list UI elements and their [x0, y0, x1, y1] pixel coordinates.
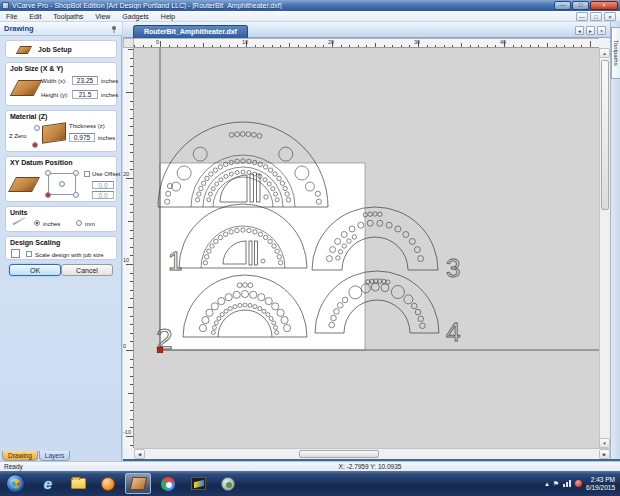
tab-scroll-left-icon[interactable]: ◂: [575, 26, 584, 35]
height-label: Height (y):: [41, 92, 69, 98]
thickness-units-label: inches: [98, 135, 115, 141]
show-hidden-icons-icon[interactable]: ▴: [545, 480, 549, 488]
scale-design-label: Scale design with job size: [35, 252, 104, 258]
units-mm-label: mm: [85, 221, 95, 227]
taskbar-internet-explorer-icon[interactable]: e: [35, 473, 61, 494]
action-center-flag-icon[interactable]: ⚑: [553, 480, 559, 488]
z-zero-bottom-radio[interactable]: [32, 142, 38, 148]
width-label: Width (x):: [41, 78, 67, 84]
toolpaths-tab[interactable]: Toolpaths: [611, 27, 620, 79]
scroll-down-icon[interactable]: ▼: [599, 438, 610, 448]
vertical-scroll-thumb[interactable]: [601, 60, 609, 210]
windows-taskbar: e ▴ ⚑ 2:43 PM 6/19/2015: [0, 471, 620, 496]
menu-edit[interactable]: Edit: [23, 13, 47, 20]
x-offset-field[interactable]: 0.0: [92, 181, 114, 189]
datum-bottom-left-radio[interactable]: [45, 192, 51, 198]
scale-icon: [11, 249, 20, 258]
z-zero-label: Z Zero: [9, 133, 27, 139]
scroll-up-icon[interactable]: ▲: [599, 48, 610, 58]
taskbar-windows-explorer-icon[interactable]: [65, 473, 91, 494]
drawing-panel: Drawing Job Setup Job Size (X & Y) Width…: [0, 22, 122, 461]
toolpaths-panel-strip: Toolpaths: [610, 22, 620, 461]
tab-close-icon[interactable]: ×: [597, 26, 606, 35]
part-label: 3: [446, 253, 460, 283]
taskbar-chrome-icon[interactable]: [155, 473, 181, 494]
scroll-right-icon[interactable]: ▶: [599, 449, 610, 459]
scale-design-checkbox[interactable]: [26, 251, 32, 257]
width-units-label: inches: [101, 78, 118, 84]
units-mm-radio[interactable]: [76, 220, 82, 226]
use-offset-checkbox[interactable]: [84, 171, 90, 177]
menu-help[interactable]: Help: [155, 13, 181, 20]
datum-bottom-right-radio[interactable]: [73, 192, 79, 198]
mdi-close-button[interactable]: ×: [604, 12, 616, 21]
vertical-ruler: -1001020: [123, 48, 134, 448]
drawing-panel-header: Drawing: [0, 22, 122, 36]
datum-group: XY Datum Position Use Offset 0.0 0.0: [5, 156, 117, 202]
menu-bar: File Edit Toolpaths View Gadgets Help — …: [0, 11, 620, 22]
part-label: 4: [446, 317, 460, 347]
units-inches-radio[interactable]: [34, 220, 40, 226]
design-scaling-title: Design Scaling: [10, 239, 60, 246]
design-scaling-group: Design Scaling Scale design with job siz…: [5, 236, 117, 260]
drawing-panel-title: Drawing: [4, 24, 34, 33]
datum-top-left-radio[interactable]: [45, 170, 51, 176]
z-zero-top-radio[interactable]: [34, 125, 40, 131]
app-icon: [2, 2, 9, 9]
units-inches-label: inches: [43, 221, 60, 227]
taskbar-media-player-icon[interactable]: [95, 473, 121, 494]
pin-icon[interactable]: [110, 25, 118, 33]
datum-top-right-radio[interactable]: [73, 170, 79, 176]
height-units-label: inches: [101, 92, 118, 98]
document-tab-bar: RouterBit_Amphitheater.dxf ◂ ▸ ×: [123, 22, 620, 38]
job-size-icon: [10, 80, 43, 96]
thickness-field[interactable]: 0.975: [69, 133, 95, 142]
taskbar-vcarve-pro-icon[interactable]: [125, 473, 151, 494]
horizontal-scrollbar[interactable]: ◀ ▶: [134, 448, 610, 459]
width-field[interactable]: 23.25: [72, 76, 98, 85]
taskbar-clock[interactable]: 2:43 PM 6/19/2015: [586, 476, 615, 492]
cad-drawing-canvas[interactable]: 1234: [134, 48, 599, 448]
clock-time: 2:43 PM: [586, 476, 615, 484]
taskbar-utility-icon[interactable]: [215, 473, 241, 494]
maximize-button[interactable]: □: [572, 1, 589, 10]
units-group: Units inches mm: [5, 206, 117, 232]
start-button[interactable]: [6, 474, 25, 493]
tab-scroll-right-icon[interactable]: ▸: [586, 26, 595, 35]
volume-alert-icon[interactable]: [575, 480, 582, 487]
menu-file[interactable]: File: [0, 13, 23, 20]
mdi-minimize-button[interactable]: —: [576, 12, 588, 21]
close-button[interactable]: ×: [590, 1, 618, 10]
tab-layers[interactable]: Layers: [39, 451, 71, 461]
scroll-left-icon[interactable]: ◀: [134, 449, 145, 459]
height-field[interactable]: 21.5: [72, 90, 98, 99]
dialog-buttons: OK Cancel: [5, 264, 117, 277]
menu-gadgets[interactable]: Gadgets: [116, 13, 154, 20]
job-setup-button[interactable]: Job Setup: [5, 40, 117, 58]
taskbar-cam-software-icon[interactable]: [185, 473, 211, 494]
system-tray: ▴ ⚑ 2:43 PM 6/19/2015: [545, 476, 620, 492]
datum-center-radio[interactable]: [59, 181, 65, 187]
material-group: Material (Z) Z Zero Thickness (z) 0.975 …: [5, 110, 117, 152]
menu-toolpaths[interactable]: Toolpaths: [47, 13, 89, 20]
datum-title: XY Datum Position: [10, 159, 73, 166]
minimize-button[interactable]: —: [554, 1, 571, 10]
horizontal-ruler: 010203040: [134, 38, 599, 48]
network-icon[interactable]: [563, 480, 571, 487]
menu-view[interactable]: View: [89, 13, 116, 20]
ok-button[interactable]: OK: [9, 264, 61, 276]
ruler-corner: [123, 38, 134, 48]
document-tab[interactable]: RouterBit_Amphitheater.dxf: [133, 25, 248, 38]
y-offset-field[interactable]: 0.0: [92, 191, 114, 199]
status-bar: Ready X: -2.7959 Y: 10.0935: [0, 461, 620, 471]
mdi-restore-button[interactable]: □: [590, 12, 602, 21]
cancel-button[interactable]: Cancel: [61, 264, 113, 276]
horizontal-scroll-thumb[interactable]: [299, 450, 379, 458]
pencil-icon: [12, 217, 25, 226]
vertical-scrollbar[interactable]: ▲ ▼: [599, 48, 610, 448]
material-title: Material (Z): [10, 113, 47, 120]
part-label: 1: [168, 246, 182, 276]
tab-drawing[interactable]: Drawing: [2, 451, 38, 461]
title-bar[interactable]: VCarve Pro - ShopBot Edition [Art Design…: [0, 0, 620, 11]
app-window: VCarve Pro - ShopBot Edition [Art Design…: [0, 0, 620, 496]
